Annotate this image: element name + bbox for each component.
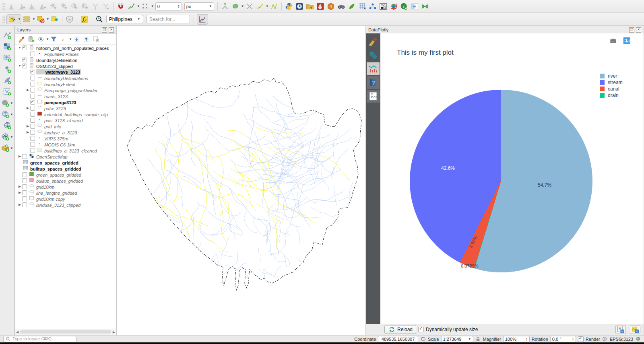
expander-icon[interactable]: ▶: [25, 88, 30, 92]
dropdown-arrow-icon[interactable]: ▼: [46, 37, 49, 41]
messages-icon[interactable]: [635, 336, 641, 342]
layer-visibility-checkbox[interactable]: [30, 106, 35, 111]
dropdown-arrow-icon[interactable]: ▼: [10, 146, 13, 150]
add-mesh-layer-icon[interactable]: [3, 54, 12, 62]
vertex-fork-icon[interactable]: [221, 2, 229, 11]
layer-visibility-checkbox[interactable]: ✓: [22, 64, 27, 68]
osm-route-icon[interactable]: [80, 15, 89, 24]
dataplotly-tab-plot-canvas-chart-icon[interactable]: [367, 62, 380, 75]
grid-snowflake-icon[interactable]: [358, 2, 367, 11]
layer-row[interactable]: pois_3123_cleaned: [15, 117, 116, 123]
add-wcs-icon[interactable]: [3, 121, 12, 130]
split-window-icon[interactable]: [410, 2, 419, 11]
layer-row[interactable]: ▶OpenStreetMap: [15, 153, 116, 159]
crs-globe-icon[interactable]: [602, 336, 608, 342]
expander-icon[interactable]: ▶: [17, 191, 22, 194]
scroll-right-icon[interactable]: ▶: [113, 330, 115, 334]
panel-float-icon[interactable]: ❐: [629, 27, 634, 33]
layer-row[interactable]: industrial_buildings_sample_clip: [15, 111, 116, 117]
layer-row[interactable]: ✓pampanga3123: [15, 99, 116, 105]
green-leaf-icon[interactable]: [347, 2, 356, 11]
plot-area[interactable]: This is my first plot 54.7% 42.6% 2.67% …: [380, 33, 644, 324]
geocoder-search-input[interactable]: Search for...: [147, 15, 190, 23]
layer-row[interactable]: ▶Pampanga_polygonDivider: [15, 87, 116, 93]
camera-icon[interactable]: [609, 37, 617, 45]
layer-row[interactable]: MODIS C6 1km: [15, 141, 116, 147]
styling-brush-icon[interactable]: [17, 35, 25, 43]
layer-row[interactable]: boundaryExtent: [15, 81, 116, 87]
snap-unit-select[interactable]: px ▼: [184, 2, 214, 10]
layer-visibility-checkbox[interactable]: [30, 148, 35, 153]
add-group-icon[interactable]: [27, 35, 35, 43]
binoculars-search-icon[interactable]: [337, 2, 346, 11]
layer-row[interactable]: ✓waterways_3123: [15, 69, 116, 75]
crest-shield-icon[interactable]: [65, 15, 74, 24]
panel-float-icon[interactable]: ❐: [102, 27, 107, 33]
layer-visibility-checkbox[interactable]: [30, 118, 35, 123]
layer-visibility-checkbox[interactable]: [30, 124, 35, 129]
add-spatialite-icon[interactable]: [3, 76, 12, 85]
panel-close-icon[interactable]: ✕: [109, 27, 114, 33]
layer-visibility-checkbox[interactable]: [22, 202, 27, 207]
zigzag-trace-icon[interactable]: [270, 2, 279, 11]
export-plot-image-icon[interactable]: [630, 325, 640, 334]
snapping-type-icon[interactable]: [127, 2, 136, 11]
layer-row[interactable]: ▶line_lengths_gridded: [15, 190, 116, 196]
reload-button[interactable]: Reload: [384, 325, 416, 334]
layer-visibility-checkbox[interactable]: ✓: [22, 58, 27, 62]
plotly-logo-icon[interactable]: [623, 37, 631, 45]
layer-row[interactable]: ▶grid10km: [15, 183, 116, 190]
layer-row[interactable]: Populated Places: [15, 51, 116, 57]
geocode-search-icon[interactable]: [95, 15, 104, 24]
toolbar-drag-handle[interactable]: [2, 15, 5, 23]
copy-noclip-icon[interactable]: [36, 15, 45, 24]
save-plot-code-icon[interactable]: [615, 325, 626, 334]
add-postgis-icon[interactable]: [1, 99, 10, 107]
expander-icon[interactable]: ▶: [25, 130, 30, 134]
add-vector-layer-icon[interactable]: [3, 31, 12, 40]
render-checkbox[interactable]: ✓: [578, 336, 584, 342]
dataplotly-tab-plot-properties-brush-icon[interactable]: [367, 35, 380, 48]
legend-item-drain[interactable]: drain: [600, 92, 623, 99]
layer-visibility-checkbox[interactable]: [30, 76, 35, 80]
layer-row[interactable]: green_spaces_gridded: [15, 159, 116, 165]
snapping-options-icon[interactable]: [141, 2, 150, 11]
dropdown-arrow-icon[interactable]: ▼: [266, 4, 269, 8]
cross-intersect-icon[interactable]: [245, 2, 254, 11]
filter-funnel-icon[interactable]: [50, 35, 58, 43]
map-themes-eye-icon[interactable]: [37, 35, 45, 43]
dropdown-arrow-icon[interactable]: ▼: [69, 37, 72, 41]
network-nodes-icon[interactable]: [368, 2, 377, 11]
legend-item-stream[interactable]: stream: [600, 79, 623, 86]
layer-row[interactable]: ▶landuse_a_3123: [15, 129, 116, 135]
expander-icon[interactable]: ▶: [17, 203, 22, 206]
dropdown-arrow-icon[interactable]: ▼: [151, 4, 154, 8]
layer-row[interactable]: boundaryDelimitations: [15, 75, 116, 81]
layer-row[interactable]: builtup_spaces_gridded: [15, 165, 116, 171]
locate-input[interactable]: Type to locate (⌘K): [3, 336, 76, 342]
layer-visibility-checkbox[interactable]: [30, 82, 35, 87]
dataplotly-tab-plot-settings-gears-icon[interactable]: [367, 49, 380, 62]
export-folder-icon[interactable]: [305, 2, 314, 11]
pca-icon[interactable]: PCA: [379, 2, 388, 11]
info-cursor-icon[interactable]: i: [400, 2, 409, 11]
layer-visibility-checkbox[interactable]: [30, 51, 35, 56]
coordinate-input[interactable]: 489535,1650307: [378, 336, 418, 342]
horizontal-scrollbar[interactable]: ◀ ▶: [15, 329, 116, 335]
yellow-bars-icon[interactable]: [22, 15, 31, 24]
layer-row[interactable]: roads_3123: [15, 93, 116, 99]
dataplotly-tab-plot-help-icon[interactable]: ?: [367, 76, 380, 89]
layer-visibility-checkbox[interactable]: [22, 172, 27, 177]
layer-visibility-checkbox[interactable]: [30, 136, 35, 141]
layer-row[interactable]: grid10km copy: [15, 196, 116, 202]
layer-visibility-checkbox[interactable]: [22, 154, 27, 159]
expand-all-icon[interactable]: [73, 35, 81, 43]
square-pin-icon[interactable]: [50, 15, 59, 24]
add-virtual-layer-icon[interactable]: [3, 87, 12, 96]
layer-visibility-checkbox[interactable]: ✓: [30, 70, 35, 74]
layer-row[interactable]: ▶grid_info: [15, 123, 116, 129]
pie-chart[interactable]: 54.7% 42.6% 2.67%: [410, 90, 592, 272]
layer-row[interactable]: ▼✓OSM3123_clipped: [15, 63, 116, 69]
green-bowtie-icon[interactable]: [421, 2, 429, 11]
layer-visibility-checkbox[interactable]: [22, 178, 27, 183]
